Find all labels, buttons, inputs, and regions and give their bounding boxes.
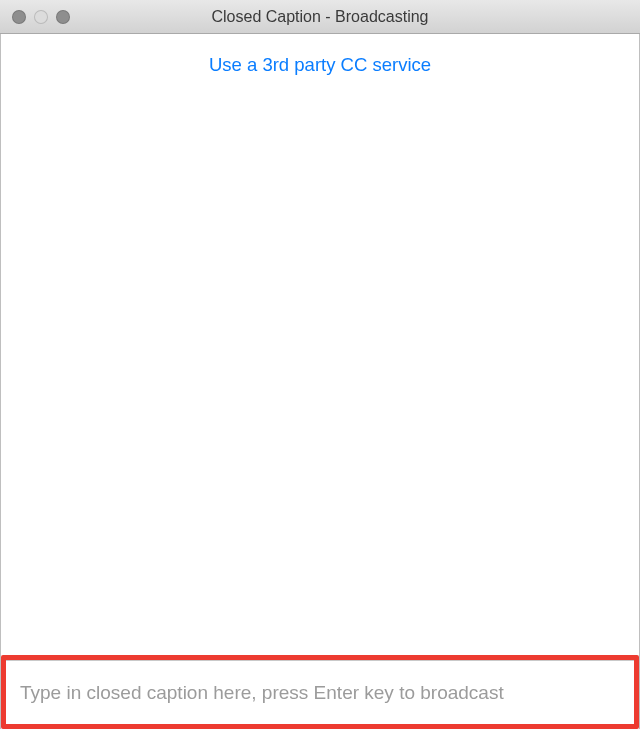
close-icon[interactable] xyxy=(12,10,26,24)
third-party-cc-link[interactable]: Use a 3rd party CC service xyxy=(209,54,431,75)
titlebar: Closed Caption - Broadcasting xyxy=(0,0,640,34)
caption-input-highlight xyxy=(1,655,639,729)
maximize-icon[interactable] xyxy=(56,10,70,24)
window-controls xyxy=(12,10,70,24)
caption-display-area xyxy=(1,84,639,655)
caption-input[interactable] xyxy=(6,660,634,724)
window-title: Closed Caption - Broadcasting xyxy=(0,8,640,26)
header-link-row: Use a 3rd party CC service xyxy=(1,34,639,84)
window-body: Use a 3rd party CC service xyxy=(0,34,640,729)
minimize-icon[interactable] xyxy=(34,10,48,24)
